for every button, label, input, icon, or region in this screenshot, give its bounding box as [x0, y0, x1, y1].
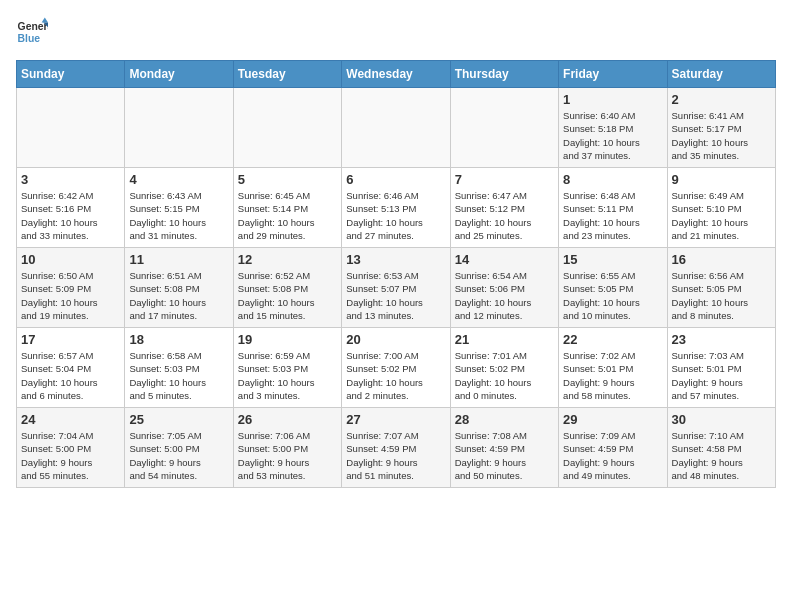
logo: General Blue [16, 16, 48, 48]
day-of-week-header: Wednesday [342, 61, 450, 88]
day-info: Sunrise: 6:59 AM Sunset: 5:03 PM Dayligh… [238, 349, 337, 402]
day-of-week-header: Saturday [667, 61, 775, 88]
calendar-cell: 29Sunrise: 7:09 AM Sunset: 4:59 PM Dayli… [559, 408, 667, 488]
day-info: Sunrise: 6:49 AM Sunset: 5:10 PM Dayligh… [672, 189, 771, 242]
day-info: Sunrise: 7:01 AM Sunset: 5:02 PM Dayligh… [455, 349, 554, 402]
calendar-cell: 13Sunrise: 6:53 AM Sunset: 5:07 PM Dayli… [342, 248, 450, 328]
calendar-cell: 5Sunrise: 6:45 AM Sunset: 5:14 PM Daylig… [233, 168, 341, 248]
calendar-week-row: 10Sunrise: 6:50 AM Sunset: 5:09 PM Dayli… [17, 248, 776, 328]
calendar-cell: 22Sunrise: 7:02 AM Sunset: 5:01 PM Dayli… [559, 328, 667, 408]
calendar-cell: 27Sunrise: 7:07 AM Sunset: 4:59 PM Dayli… [342, 408, 450, 488]
calendar-cell: 28Sunrise: 7:08 AM Sunset: 4:59 PM Dayli… [450, 408, 558, 488]
day-number: 24 [21, 412, 120, 427]
day-number: 22 [563, 332, 662, 347]
calendar-cell: 3Sunrise: 6:42 AM Sunset: 5:16 PM Daylig… [17, 168, 125, 248]
day-number: 1 [563, 92, 662, 107]
day-info: Sunrise: 6:55 AM Sunset: 5:05 PM Dayligh… [563, 269, 662, 322]
day-of-week-header: Monday [125, 61, 233, 88]
day-info: Sunrise: 6:45 AM Sunset: 5:14 PM Dayligh… [238, 189, 337, 242]
day-of-week-header: Friday [559, 61, 667, 88]
calendar-cell [125, 88, 233, 168]
day-info: Sunrise: 6:48 AM Sunset: 5:11 PM Dayligh… [563, 189, 662, 242]
day-info: Sunrise: 6:46 AM Sunset: 5:13 PM Dayligh… [346, 189, 445, 242]
calendar-week-row: 24Sunrise: 7:04 AM Sunset: 5:00 PM Dayli… [17, 408, 776, 488]
day-number: 20 [346, 332, 445, 347]
day-info: Sunrise: 6:50 AM Sunset: 5:09 PM Dayligh… [21, 269, 120, 322]
day-number: 13 [346, 252, 445, 267]
calendar-body: 1Sunrise: 6:40 AM Sunset: 5:18 PM Daylig… [17, 88, 776, 488]
calendar-cell [342, 88, 450, 168]
day-info: Sunrise: 7:04 AM Sunset: 5:00 PM Dayligh… [21, 429, 120, 482]
day-info: Sunrise: 7:02 AM Sunset: 5:01 PM Dayligh… [563, 349, 662, 402]
calendar-cell: 16Sunrise: 6:56 AM Sunset: 5:05 PM Dayli… [667, 248, 775, 328]
calendar-cell: 19Sunrise: 6:59 AM Sunset: 5:03 PM Dayli… [233, 328, 341, 408]
day-number: 29 [563, 412, 662, 427]
calendar-cell: 18Sunrise: 6:58 AM Sunset: 5:03 PM Dayli… [125, 328, 233, 408]
logo-icon: General Blue [16, 16, 48, 48]
day-number: 18 [129, 332, 228, 347]
day-info: Sunrise: 7:09 AM Sunset: 4:59 PM Dayligh… [563, 429, 662, 482]
day-number: 12 [238, 252, 337, 267]
calendar-header-row: SundayMondayTuesdayWednesdayThursdayFrid… [17, 61, 776, 88]
calendar-cell: 10Sunrise: 6:50 AM Sunset: 5:09 PM Dayli… [17, 248, 125, 328]
day-number: 30 [672, 412, 771, 427]
day-number: 17 [21, 332, 120, 347]
calendar-cell: 21Sunrise: 7:01 AM Sunset: 5:02 PM Dayli… [450, 328, 558, 408]
day-number: 25 [129, 412, 228, 427]
calendar-cell: 11Sunrise: 6:51 AM Sunset: 5:08 PM Dayli… [125, 248, 233, 328]
day-of-week-header: Sunday [17, 61, 125, 88]
day-number: 26 [238, 412, 337, 427]
calendar-cell: 6Sunrise: 6:46 AM Sunset: 5:13 PM Daylig… [342, 168, 450, 248]
svg-text:Blue: Blue [18, 33, 41, 44]
day-info: Sunrise: 6:41 AM Sunset: 5:17 PM Dayligh… [672, 109, 771, 162]
day-of-week-header: Thursday [450, 61, 558, 88]
calendar-cell: 8Sunrise: 6:48 AM Sunset: 5:11 PM Daylig… [559, 168, 667, 248]
calendar-week-row: 1Sunrise: 6:40 AM Sunset: 5:18 PM Daylig… [17, 88, 776, 168]
day-of-week-header: Tuesday [233, 61, 341, 88]
calendar-cell: 12Sunrise: 6:52 AM Sunset: 5:08 PM Dayli… [233, 248, 341, 328]
day-number: 4 [129, 172, 228, 187]
day-number: 15 [563, 252, 662, 267]
day-number: 7 [455, 172, 554, 187]
calendar-cell [17, 88, 125, 168]
day-number: 23 [672, 332, 771, 347]
calendar-cell: 14Sunrise: 6:54 AM Sunset: 5:06 PM Dayli… [450, 248, 558, 328]
calendar-week-row: 17Sunrise: 6:57 AM Sunset: 5:04 PM Dayli… [17, 328, 776, 408]
day-info: Sunrise: 6:51 AM Sunset: 5:08 PM Dayligh… [129, 269, 228, 322]
day-number: 11 [129, 252, 228, 267]
calendar-cell: 20Sunrise: 7:00 AM Sunset: 5:02 PM Dayli… [342, 328, 450, 408]
calendar-cell: 17Sunrise: 6:57 AM Sunset: 5:04 PM Dayli… [17, 328, 125, 408]
calendar-cell [233, 88, 341, 168]
calendar-cell: 7Sunrise: 6:47 AM Sunset: 5:12 PM Daylig… [450, 168, 558, 248]
day-info: Sunrise: 6:54 AM Sunset: 5:06 PM Dayligh… [455, 269, 554, 322]
day-info: Sunrise: 6:53 AM Sunset: 5:07 PM Dayligh… [346, 269, 445, 322]
day-info: Sunrise: 6:52 AM Sunset: 5:08 PM Dayligh… [238, 269, 337, 322]
day-info: Sunrise: 6:57 AM Sunset: 5:04 PM Dayligh… [21, 349, 120, 402]
day-number: 16 [672, 252, 771, 267]
calendar-cell: 23Sunrise: 7:03 AM Sunset: 5:01 PM Dayli… [667, 328, 775, 408]
day-info: Sunrise: 7:00 AM Sunset: 5:02 PM Dayligh… [346, 349, 445, 402]
day-info: Sunrise: 7:03 AM Sunset: 5:01 PM Dayligh… [672, 349, 771, 402]
calendar-cell: 26Sunrise: 7:06 AM Sunset: 5:00 PM Dayli… [233, 408, 341, 488]
day-number: 28 [455, 412, 554, 427]
day-info: Sunrise: 7:05 AM Sunset: 5:00 PM Dayligh… [129, 429, 228, 482]
day-number: 10 [21, 252, 120, 267]
day-info: Sunrise: 6:42 AM Sunset: 5:16 PM Dayligh… [21, 189, 120, 242]
day-number: 21 [455, 332, 554, 347]
calendar-cell: 25Sunrise: 7:05 AM Sunset: 5:00 PM Dayli… [125, 408, 233, 488]
calendar-cell: 24Sunrise: 7:04 AM Sunset: 5:00 PM Dayli… [17, 408, 125, 488]
day-info: Sunrise: 7:08 AM Sunset: 4:59 PM Dayligh… [455, 429, 554, 482]
day-info: Sunrise: 6:40 AM Sunset: 5:18 PM Dayligh… [563, 109, 662, 162]
day-number: 8 [563, 172, 662, 187]
day-info: Sunrise: 6:47 AM Sunset: 5:12 PM Dayligh… [455, 189, 554, 242]
day-info: Sunrise: 7:10 AM Sunset: 4:58 PM Dayligh… [672, 429, 771, 482]
calendar-week-row: 3Sunrise: 6:42 AM Sunset: 5:16 PM Daylig… [17, 168, 776, 248]
day-number: 5 [238, 172, 337, 187]
day-info: Sunrise: 6:43 AM Sunset: 5:15 PM Dayligh… [129, 189, 228, 242]
svg-marker-2 [42, 18, 48, 23]
calendar-cell: 15Sunrise: 6:55 AM Sunset: 5:05 PM Dayli… [559, 248, 667, 328]
day-number: 2 [672, 92, 771, 107]
day-number: 9 [672, 172, 771, 187]
day-info: Sunrise: 6:58 AM Sunset: 5:03 PM Dayligh… [129, 349, 228, 402]
calendar-table: SundayMondayTuesdayWednesdayThursdayFrid… [16, 60, 776, 488]
